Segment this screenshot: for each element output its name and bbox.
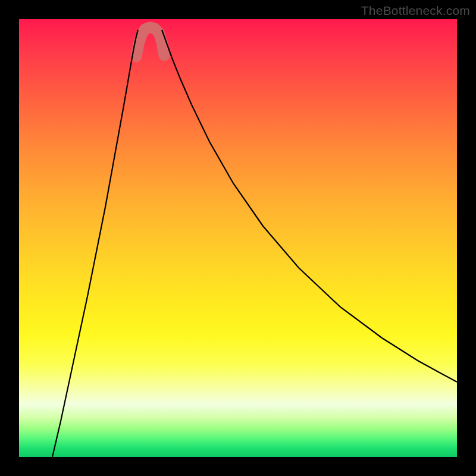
chart-frame: TheBottleneck.com [0, 0, 476, 476]
bottleneck-curve-left [52, 30, 138, 457]
curve-layer [19, 19, 457, 457]
bottleneck-curve-right [162, 30, 457, 382]
watermark-text: TheBottleneck.com [361, 4, 470, 18]
plot-area [19, 19, 457, 457]
valley-highlight [136, 27, 164, 57]
